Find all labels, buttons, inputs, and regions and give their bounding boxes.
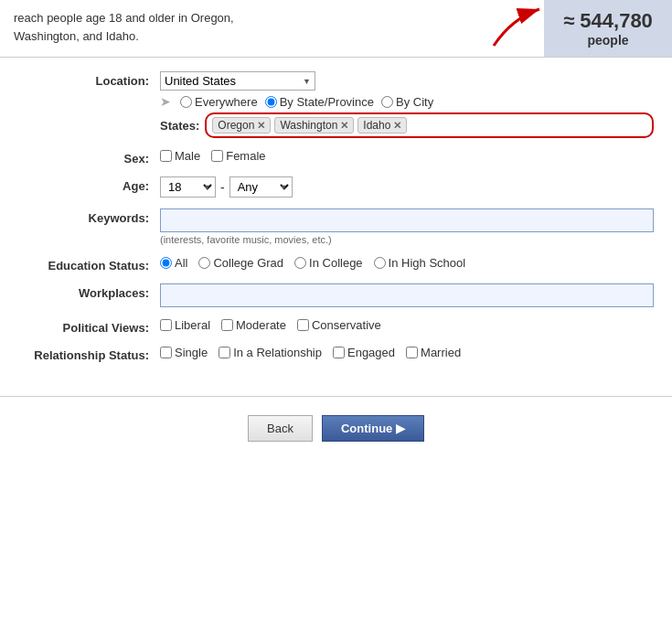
political-conservative-label: Conservative: [312, 318, 381, 332]
keywords-input[interactable]: [160, 208, 654, 232]
education-college-grad-option[interactable]: College Grad: [198, 256, 283, 270]
relationship-in-relationship-label: In a Relationship: [233, 346, 322, 359]
age-from-wrapper[interactable]: 1314151617 1819202122 2530354045 5055606…: [160, 176, 216, 198]
political-conservative-checkbox[interactable]: [297, 319, 309, 331]
sex-content: Male Female: [160, 149, 654, 163]
relationship-in-relationship-checkbox[interactable]: [219, 347, 230, 358]
workplaces-content: [160, 283, 654, 307]
reach-line1: reach people age 18 and older in Oregon,: [14, 11, 234, 25]
relationship-single-label: Single: [175, 346, 208, 359]
remove-oregon-button[interactable]: ✕: [257, 120, 265, 132]
political-liberal-label: Liberal: [175, 318, 210, 332]
age-label: Age:: [18, 176, 160, 193]
location-row: Location: United States Canada United Ki…: [18, 71, 654, 138]
location-label: Location:: [18, 71, 160, 88]
top-bar: reach people age 18 and older in Oregon,…: [0, 0, 672, 58]
education-row: Education Status: All College Grad In Co…: [18, 256, 654, 272]
education-college-grad-radio[interactable]: [198, 257, 210, 269]
relationship-row: Relationship Status: Single In a Relatio…: [18, 346, 654, 362]
education-all-radio[interactable]: [160, 257, 172, 269]
female-label: Female: [226, 149, 265, 163]
workplaces-row: Workplaces:: [18, 283, 654, 307]
education-high-school-label: In High School: [389, 256, 466, 270]
sex-row: Sex: Male Female: [18, 149, 654, 166]
political-liberal-option[interactable]: Liberal: [160, 318, 210, 332]
relationship-in-relationship-option[interactable]: In a Relationship: [219, 346, 322, 359]
states-row: States: Oregon ✕ Washington ✕ Idaho ✕: [160, 112, 654, 138]
remove-washington-button[interactable]: ✕: [340, 120, 348, 132]
form-area: Location: United States Canada United Ki…: [0, 67, 672, 387]
reach-line2: Washington, and Idaho.: [14, 29, 139, 43]
relationship-single-checkbox[interactable]: [160, 347, 172, 358]
states-input-box[interactable]: Oregon ✕ Washington ✕ Idaho ✕: [205, 112, 654, 138]
education-all-label: All: [175, 256, 187, 270]
education-in-college-radio[interactable]: [294, 257, 306, 269]
age-dash: -: [220, 180, 225, 195]
education-high-school-radio[interactable]: [374, 257, 386, 269]
female-option[interactable]: Female: [211, 149, 265, 163]
political-moderate-checkbox[interactable]: [221, 319, 233, 331]
location-radio-row: ➤ Everywhere By State/Province By City: [160, 94, 654, 109]
keywords-hint: (interests, favorite music, movies, etc.…: [160, 234, 654, 245]
relationship-married-checkbox[interactable]: [406, 347, 418, 358]
education-high-school-option[interactable]: In High School: [374, 256, 466, 270]
relationship-content: Single In a Relationship Engaged Married: [160, 346, 654, 359]
male-option[interactable]: Male: [160, 149, 200, 163]
state-tag-idaho-label: Idaho: [363, 119, 390, 132]
male-label: Male: [175, 149, 200, 163]
age-row: Age: 1314151617 1819202122 2530354045 50…: [18, 176, 654, 198]
age-to-wrapper[interactable]: Any 1819202122 2530354045 50556065+: [229, 176, 293, 198]
relationship-engaged-checkbox[interactable]: [333, 347, 345, 358]
workplaces-input[interactable]: [160, 283, 654, 307]
age-content: 1314151617 1819202122 2530354045 5055606…: [160, 176, 654, 198]
remove-idaho-button[interactable]: ✕: [393, 120, 401, 132]
education-in-college-option[interactable]: In College: [294, 256, 363, 270]
states-inline-label: States:: [160, 119, 199, 133]
education-label: Education Status:: [18, 256, 160, 272]
location-content: United States Canada United Kingdom Aust…: [160, 71, 654, 138]
audience-box: ≈ 544,780 people: [544, 0, 672, 57]
education-college-grad-label: College Grad: [213, 256, 283, 270]
by-city-label: By City: [396, 95, 433, 109]
continue-button[interactable]: Continue ▶: [322, 415, 424, 442]
relationship-single-option[interactable]: Single: [160, 346, 208, 359]
male-checkbox[interactable]: [160, 150, 172, 162]
education-all-option[interactable]: All: [160, 256, 187, 270]
political-row: Political Views: Liberal Moderate Conser…: [18, 318, 654, 335]
location-select-wrapper[interactable]: United States Canada United Kingdom Aust…: [160, 71, 315, 91]
arrow-icon: ➤: [160, 94, 171, 109]
state-tag-washington: Washington ✕: [274, 117, 354, 134]
education-content: All College Grad In College In High Scho…: [160, 256, 654, 270]
by-state-radio[interactable]: [265, 96, 277, 108]
by-state-label: By State/Province: [280, 95, 374, 109]
by-state-option[interactable]: By State/Province: [265, 95, 374, 109]
state-tag-idaho: Idaho ✕: [357, 117, 407, 134]
relationship-married-option[interactable]: Married: [406, 346, 461, 359]
age-to-select[interactable]: Any 1819202122 2530354045 50556065+: [229, 176, 293, 198]
everywhere-label: Everywhere: [195, 95, 258, 109]
state-tag-oregon-label: Oregon: [218, 119, 254, 132]
political-conservative-option[interactable]: Conservative: [297, 318, 381, 332]
relationship-married-label: Married: [421, 346, 461, 359]
back-button[interactable]: Back: [248, 415, 313, 442]
relationship-engaged-option[interactable]: Engaged: [333, 346, 395, 359]
keywords-row: Keywords: (interests, favorite music, mo…: [18, 208, 654, 245]
relationship-engaged-label: Engaged: [347, 346, 395, 359]
political-liberal-checkbox[interactable]: [160, 319, 172, 331]
political-label: Political Views:: [18, 318, 160, 335]
political-moderate-label: Moderate: [236, 318, 286, 332]
female-checkbox[interactable]: [211, 150, 223, 162]
age-from-select[interactable]: 1314151617 1819202122 2530354045 5055606…: [160, 176, 216, 198]
political-moderate-option[interactable]: Moderate: [221, 318, 286, 332]
audience-label: people: [587, 33, 628, 48]
everywhere-option[interactable]: Everywhere: [180, 95, 258, 109]
everywhere-radio[interactable]: [180, 96, 192, 108]
by-city-option[interactable]: By City: [381, 95, 433, 109]
state-tag-oregon: Oregon ✕: [212, 117, 271, 134]
keywords-content: (interests, favorite music, movies, etc.…: [160, 208, 654, 245]
political-content: Liberal Moderate Conservative: [160, 318, 654, 332]
location-select[interactable]: United States Canada United Kingdom Aust…: [160, 71, 315, 91]
sex-label: Sex:: [18, 149, 160, 166]
audience-number: ≈ 544,780: [563, 9, 653, 33]
by-city-radio[interactable]: [381, 96, 393, 108]
